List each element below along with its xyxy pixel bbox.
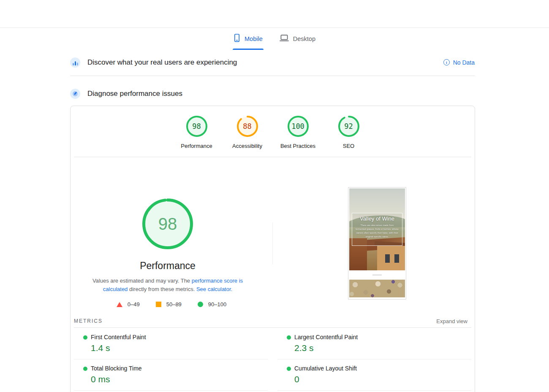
building-right-art	[377, 246, 405, 270]
lab-data-title: Diagnose performance issues	[87, 90, 182, 98]
metric-lcp-value: 2.3 s	[294, 343, 314, 353]
info-icon: i	[443, 59, 450, 65]
accessibility-label: Accessibility	[232, 143, 262, 149]
disclaimer-text-1: Values are estimated and may vary. The	[92, 278, 192, 284]
legend-average: 50–89	[156, 301, 182, 308]
metric-tbt: Total Blocking Time 0 ms	[74, 359, 268, 391]
phone-icon	[234, 34, 240, 44]
main-performance-gauge: 98	[142, 198, 193, 250]
pagespeed-report: Mobile Desktop Discover what your real u…	[0, 0, 549, 392]
site-text: There are also wines made from fermented…	[352, 223, 402, 239]
metric-fcp-value: 1.4 s	[91, 343, 110, 353]
metric-lcp: Largest Contentful Paint 2.3 s	[277, 328, 471, 359]
metric-tbt-value: 0 ms	[91, 374, 110, 384]
legend-pass: 90–100	[198, 301, 226, 308]
seo-label: SEO	[343, 143, 354, 149]
performance-label: Performance	[181, 143, 212, 149]
accessibility-score: 88	[236, 115, 258, 137]
best-practices-ring: 100	[287, 115, 309, 137]
corks-photo-art	[349, 280, 405, 297]
tab-desktop-label: Desktop	[293, 35, 315, 42]
main-performance-score: 98	[142, 198, 193, 250]
legend-fail-range: 0–49	[128, 301, 140, 308]
field-data-title: Discover what your real users are experi…	[87, 58, 237, 67]
metric-cls-value: 0	[294, 374, 299, 384]
best-practices-score: 100	[287, 115, 309, 137]
legend-pass-range: 90–100	[208, 301, 226, 308]
laptop-icon	[280, 34, 289, 43]
expand-view-button[interactable]: Expand view	[436, 318, 471, 324]
pass-dot-icon	[287, 367, 291, 371]
tab-mobile[interactable]: Mobile	[233, 28, 264, 50]
seo-ring: 92	[338, 115, 360, 137]
metric-lcp-name: Largest Contentful Paint	[294, 334, 358, 340]
no-data-label: No Data	[453, 59, 475, 66]
best-practices-label: Best Practices	[280, 143, 315, 149]
fail-triangle-icon	[117, 302, 122, 307]
card-divider	[74, 157, 471, 157]
pass-dot-icon	[83, 367, 87, 371]
score-legend: 0–49 50–89 90–100	[71, 301, 272, 308]
screenshot-landscape-art: Valley of Wine There are also wines made…	[349, 188, 405, 270]
performance-ring: 98	[186, 115, 208, 137]
platform-tabs: Mobile Desktop	[0, 28, 549, 50]
metric-cls-name: Cumulative Layout Shift	[294, 365, 357, 372]
bar-chart-icon	[70, 57, 80, 68]
screenshot-section-divider	[349, 270, 405, 280]
category-gauges: 98 Performance 88 Accessibility	[71, 115, 475, 149]
legend-average-range: 50–89	[166, 301, 182, 308]
metric-cls: Cumulative Layout Shift 0	[277, 359, 471, 391]
metrics-header: METRICS Expand view	[74, 315, 471, 328]
pass-circle-icon	[198, 302, 203, 307]
legend-fail: 0–49	[117, 301, 140, 308]
disclaimer-text-2: directly from these metrics.	[128, 286, 196, 292]
site-title: Valley of Wine	[360, 215, 394, 222]
metrics-column-left: First Contentful Paint 1.4 s Total Block…	[74, 328, 268, 391]
score-disclaimer: Values are estimated and may vary. The p…	[92, 277, 244, 294]
speedometer-icon	[70, 89, 80, 99]
performance-score: 98	[186, 115, 208, 137]
metrics-column-right: Largest Contentful Paint 2.3 s Cumulativ…	[277, 328, 471, 391]
metric-fcp: First Contentful Paint 1.4 s	[74, 328, 268, 359]
gauge-best-practices[interactable]: 100 Best Practices	[273, 115, 323, 149]
gauge-performance[interactable]: 98 Performance	[171, 115, 222, 149]
gauge-accessibility[interactable]: 88 Accessibility	[222, 115, 273, 149]
pass-dot-icon	[287, 335, 291, 340]
gauge-seo[interactable]: 92 SEO	[323, 115, 374, 149]
metric-fcp-name: First Contentful Paint	[91, 334, 146, 340]
page-screenshot-thumbnail[interactable]: Valley of Wine There are also wines made…	[348, 187, 406, 299]
gauge-screenshot-divider	[272, 223, 273, 264]
site-hero-overlay: Valley of Wine There are also wines made…	[352, 213, 402, 246]
field-data-section: Discover what your real users are experi…	[70, 49, 475, 76]
average-square-icon	[156, 302, 161, 307]
lighthouse-report-card: 98 Performance 88 Accessibility	[70, 106, 475, 392]
metric-tbt-name: Total Blocking Time	[91, 365, 142, 372]
tab-mobile-label: Mobile	[245, 35, 263, 42]
seo-score: 92	[338, 115, 360, 137]
metrics-heading: METRICS	[74, 318, 103, 324]
see-calculator-link[interactable]: See calculator.	[196, 286, 232, 292]
no-data-link[interactable]: i No Data	[443, 59, 475, 66]
pass-dot-icon	[83, 335, 87, 340]
lab-data-section: Diagnose performance issues	[70, 82, 475, 106]
accessibility-ring: 88	[236, 115, 258, 137]
metrics-grid: First Contentful Paint 1.4 s Total Block…	[74, 328, 471, 391]
performance-heading: Performance	[92, 260, 244, 272]
tab-desktop[interactable]: Desktop	[279, 28, 316, 50]
